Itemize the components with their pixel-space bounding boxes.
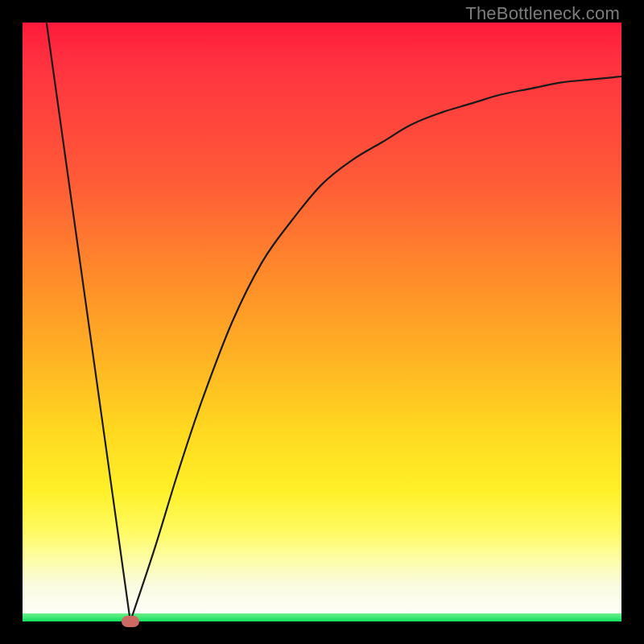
chart-frame: TheBottleneck.com: [0, 0, 644, 644]
watermark-text: TheBottleneck.com: [465, 3, 620, 24]
curve-path: [47, 23, 621, 621]
plot-area: [23, 23, 621, 621]
bottleneck-curve: [23, 23, 621, 621]
green-baseline-strip: [23, 613, 621, 621]
